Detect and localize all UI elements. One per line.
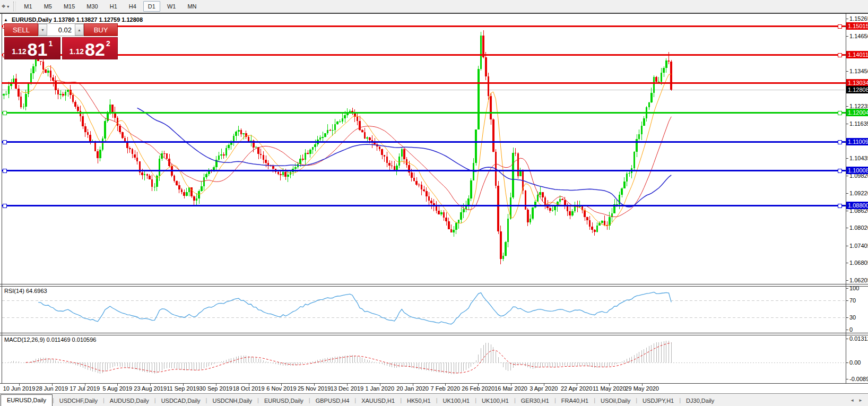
price-axis-tick: 1.15265 — [849, 15, 868, 22]
chart-symbol-label: EURUSD,Daily — [12, 16, 52, 23]
chart-ohlc-values: 1.13780 1.13827 1.12759 1.12808 — [54, 16, 143, 23]
rsi-axis-tick: 0 — [849, 326, 853, 333]
buy-price-display[interactable]: 1.12 82 2 — [62, 37, 118, 59]
buy-button[interactable]: BUY — [84, 23, 118, 36]
date-axis-label: 29 May 2020 — [625, 385, 659, 392]
tab-usdjpy-h1-14[interactable]: USDJPY,H1 — [637, 395, 679, 406]
buy-price-pipette: 2 — [106, 39, 110, 48]
tab-scroll-right-icon[interactable]: ► — [858, 398, 863, 403]
tab-hk50-h1-8[interactable]: HK50,H1 — [402, 395, 436, 406]
timeframe-button-m1[interactable]: M1 — [19, 1, 37, 12]
date-axis-label: 26 Feb 2020 — [462, 385, 494, 392]
date-axis-label: 7 Feb 2020 — [431, 385, 461, 392]
date-axis-label: 25 Nov 2019 — [298, 385, 331, 392]
date-axis-label: 30 Sep 2019 — [199, 385, 232, 392]
price-axis-tick: 1.12235 — [849, 103, 868, 109]
date-axis-label: 10 Jun 2019 — [3, 385, 36, 392]
tab-eurusd-daily-5[interactable]: EURUSD,Daily — [259, 395, 309, 406]
tab-usdchf-daily-1[interactable]: USDCHF,Daily — [54, 395, 103, 406]
macd-layer — [8, 341, 671, 374]
level-price-badge: 1.14011 — [846, 51, 868, 58]
collapse-icon: ▲ — [4, 18, 8, 22]
tab-audusd-daily-2[interactable]: AUDUSD,Daily — [105, 395, 154, 406]
timeframe-button-h1[interactable]: H1 — [105, 1, 122, 12]
date-axis-label: 3 Apr 2020 — [530, 385, 558, 392]
cursor-tool-icon: ⌖ — [2, 2, 5, 11]
sell-button[interactable]: SELL — [4, 23, 38, 36]
buy-price-big: 82 — [85, 41, 105, 58]
timeframe-button-w1[interactable]: W1 — [162, 1, 181, 12]
tab-ger30-h1-11[interactable]: GER30,H1 — [516, 395, 554, 406]
tab-fra40-h1-12[interactable]: FRA40,H1 — [556, 395, 594, 406]
date-axis-label: 11 Sep 2019 — [167, 385, 199, 392]
tab-gbpusd-h4-6[interactable]: GBPUSD,H4 — [310, 395, 355, 406]
tab-uk100-h1-9[interactable]: UK100,H1 — [437, 395, 475, 406]
rsi-axis-tick: 100 — [849, 285, 859, 291]
date-axis-label: 11 May 2020 — [593, 385, 626, 392]
rsi-label: RSI(14) 64.6963 — [4, 288, 47, 294]
price-axis-tick: 1.06805 — [849, 260, 868, 266]
timeframe-button-d1[interactable]: D1 — [143, 1, 160, 12]
tab-usoil-daily-13[interactable]: USOil,Daily — [595, 395, 636, 406]
tab-usdcnh-daily-4[interactable]: USDCNH,Daily — [207, 395, 257, 406]
tab-xauusd-h1-7[interactable]: XAUUSD,H1 — [356, 395, 400, 406]
price-axis-tick: 1.09220 — [849, 190, 868, 196]
macd-label: MACD(12,26,9) 0.011469 0.010596 — [4, 336, 96, 343]
chart-title: ▲ EURUSD,Daily 1.13780 1.13827 1.12759 1… — [4, 16, 143, 23]
volume-decrease-button[interactable]: ▼ — [38, 24, 47, 36]
price-axis-tick: 1.11635 — [849, 120, 868, 127]
price-axis-tick: 1.14650 — [849, 33, 868, 39]
timeframe-button-mn[interactable]: MN — [183, 1, 201, 12]
level-price-badge: 1.12004 — [846, 109, 868, 116]
date-axis-label: 16 Mar 2020 — [494, 385, 527, 392]
buy-price-prefix: 1.12 — [70, 47, 84, 56]
timeframe-button-group: M1M5M15M30H1H4D1W1MN — [18, 1, 202, 12]
price-axis-tick: 1.06205 — [849, 277, 868, 283]
level-price-badge: 1.08800 — [846, 202, 868, 209]
chart-tab-bar: EURUSD,Daily|USDCHF,Daily|AUDUSD,Daily|U… — [0, 393, 868, 406]
cursor-tool-button[interactable]: ⌖ ▾ — [0, 2, 11, 11]
date-axis-label: 6 Nov 2019 — [266, 385, 296, 392]
tab-eurusd-daily-0[interactable]: EURUSD,Daily — [1, 394, 53, 406]
rsi-axis-tick: 70 — [849, 297, 856, 304]
date-axis-label: 28 Jun 2019 — [36, 385, 68, 392]
rsi-axis-tick: 30 — [849, 314, 856, 321]
timeframe-button-m30[interactable]: M30 — [82, 1, 102, 12]
toolbar-separator — [13, 2, 16, 11]
volume-increase-button[interactable]: ▲ — [75, 24, 84, 36]
volume-stepper: ▼ 0.02 ▲ — [38, 23, 84, 36]
tab-usdcad-daily-3[interactable]: USDCAD,Daily — [156, 395, 206, 406]
price-chart-canvas[interactable] — [0, 0, 868, 406]
one-click-trade-panel: SELL ▼ 0.02 ▲ BUY 1.12 81 1 1.12 82 2 — [4, 23, 118, 59]
macd-axis-tick: 0.0131215 — [849, 335, 868, 342]
price-axis-tick: 1.08020 — [849, 224, 868, 231]
timeframe-button-m15[interactable]: M15 — [59, 1, 80, 12]
date-axis-label: 22 Apr 2020 — [561, 385, 592, 392]
tab-uk100-h1-10[interactable]: UK100,H1 — [476, 395, 514, 406]
level-price-badge: 1.15015 — [846, 22, 868, 30]
top-toolbar: ⌖ ▾ M1M5M15M30H1H4D1W1MN — [0, 0, 868, 14]
date-axis-label: 18 Oct 2019 — [233, 385, 265, 392]
sell-price-display[interactable]: 1.12 81 1 — [4, 37, 60, 59]
tab-dj30-daily-15[interactable]: DJ30,Daily — [681, 395, 719, 406]
chevron-down-icon: ▾ — [7, 4, 9, 9]
volume-input[interactable]: 0.02 — [47, 24, 75, 36]
price-axis-tick: 1.10435 — [849, 155, 868, 161]
level-price-badge: 1.11009 — [846, 138, 868, 145]
date-axis-label: 13 Dec 2019 — [331, 385, 363, 392]
price-axis-tick: 1.07405 — [849, 243, 868, 249]
price-axis-tick: 1.13450 — [849, 68, 868, 74]
timeframe-button-m5[interactable]: M5 — [39, 1, 57, 12]
date-axis-label: 17 Jul 2019 — [70, 385, 100, 392]
sell-price-pipette: 1 — [48, 39, 53, 48]
macd-axis-tick: -0.0089335 — [849, 376, 868, 382]
sell-price-big: 81 — [28, 41, 48, 58]
sell-price-prefix: 1.12 — [12, 47, 26, 56]
rsi-layer — [38, 292, 671, 324]
timeframe-button-h4[interactable]: H4 — [124, 1, 141, 12]
date-axis-label: 1 Jan 2020 — [366, 385, 394, 392]
date-axis-label: 20 Jan 2020 — [396, 385, 429, 392]
tab-scroll-left-icon[interactable]: ◄ — [850, 398, 854, 403]
level-price-badge: 1.10008 — [846, 167, 868, 174]
date-axis-label: 5 Aug 2019 — [103, 385, 133, 392]
